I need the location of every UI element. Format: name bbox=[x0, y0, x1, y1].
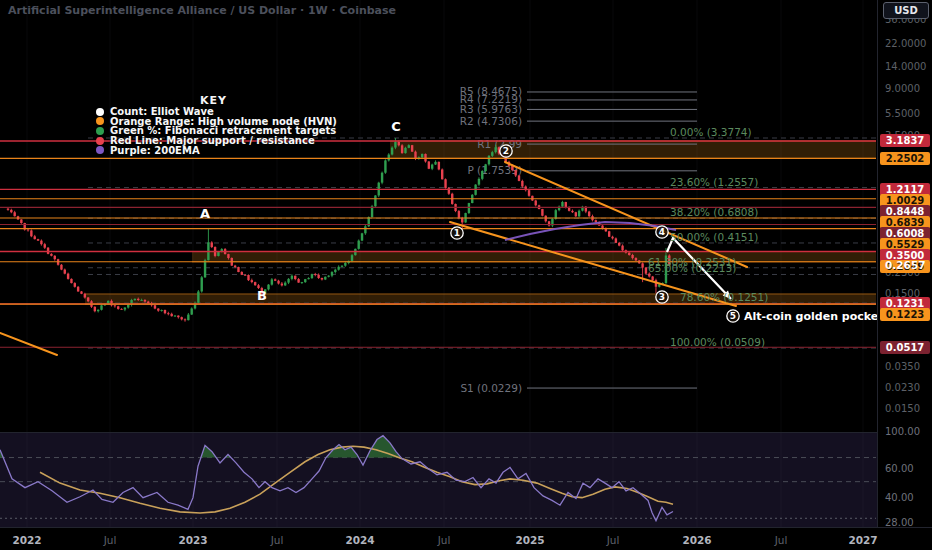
time-axis-year-label[interactable]: 2022 bbox=[12, 534, 41, 546]
time-axis-month-label[interactable]: Jul bbox=[775, 534, 788, 546]
legend-color-dot-icon bbox=[96, 146, 104, 154]
svg-text:C: C bbox=[391, 119, 401, 134]
legend-color-dot-icon bbox=[96, 117, 104, 125]
time-axis-year-label[interactable]: 2023 bbox=[178, 534, 207, 546]
key-legend-item: Purple: 200EMA bbox=[96, 145, 337, 155]
svg-text:65.00% (0.2213): 65.00% (0.2213) bbox=[648, 262, 736, 274]
golden-pocket-annotation: Alt-coin golden pocket bbox=[744, 310, 877, 323]
price-level-badge: 2.2502 bbox=[880, 152, 930, 165]
current-price-label: 0.2657 bbox=[885, 259, 926, 271]
oscillator-panel-canvas[interactable] bbox=[0, 432, 877, 527]
chart-window: R5 (8.4675)R4 (7.2219)R3 (5.9763)R2 (4.7… bbox=[0, 0, 932, 550]
price-level-badge: 0.0517 bbox=[880, 341, 930, 354]
price-level-badge: 3.1837 bbox=[880, 134, 930, 147]
time-axis-month-label[interactable]: Jul bbox=[104, 534, 117, 546]
oscillator-tick: 60.00 bbox=[885, 463, 914, 474]
svg-text:4: 4 bbox=[659, 227, 665, 237]
svg-text:38.20% (0.6808): 38.20% (0.6808) bbox=[670, 206, 758, 218]
time-axis[interactable]: 2022Jul2023Jul2024Jul2025Jul2026Jul2027 bbox=[0, 527, 932, 550]
time-axis-month-label[interactable]: Jul bbox=[438, 534, 451, 546]
legend-color-dot-icon bbox=[96, 137, 104, 145]
legend-color-dot-icon bbox=[96, 108, 104, 116]
price-tick: 0.0150 bbox=[885, 403, 920, 414]
price-tick: 5.5000 bbox=[885, 108, 920, 119]
svg-text:2: 2 bbox=[503, 146, 509, 156]
svg-text:A: A bbox=[200, 206, 210, 221]
svg-text:R3 (5.9763): R3 (5.9763) bbox=[460, 103, 522, 115]
legend-color-dot-icon bbox=[96, 127, 104, 135]
svg-text:3: 3 bbox=[659, 292, 665, 302]
price-tick: 0.0230 bbox=[885, 382, 920, 393]
time-axis-month-label[interactable]: Jul bbox=[607, 534, 620, 546]
svg-text:B: B bbox=[257, 288, 267, 303]
svg-text:1: 1 bbox=[454, 228, 460, 238]
oscillator-tick: 40.00 bbox=[885, 492, 914, 503]
price-tick: 9.0000 bbox=[885, 83, 920, 94]
svg-text:50.00% (0.4151): 50.00% (0.4151) bbox=[670, 231, 758, 243]
price-tick: 22.0000 bbox=[885, 38, 926, 49]
oscillator-background bbox=[0, 432, 877, 527]
price-tick: 14.0000 bbox=[885, 61, 926, 72]
time-axis-year-label[interactable]: 2027 bbox=[848, 534, 877, 546]
legend-item-label: Purple: 200EMA bbox=[110, 145, 200, 156]
key-legend-rows: Count: Elliot WaveOrange Range: High vol… bbox=[96, 107, 337, 155]
time-axis-month-label[interactable]: Jul bbox=[271, 534, 284, 546]
time-axis-year-label[interactable]: 2025 bbox=[515, 534, 544, 546]
svg-text:S1 (0.0229): S1 (0.0229) bbox=[460, 382, 522, 394]
oscillator-tick: 100.00 bbox=[885, 426, 920, 437]
svg-text:100.00% (0.0509): 100.00% (0.0509) bbox=[670, 336, 765, 348]
svg-text:23.60% (1.2557): 23.60% (1.2557) bbox=[670, 176, 758, 188]
symbol-title: Artificial Superintelligence Alliance / … bbox=[8, 4, 396, 17]
price-level-badge: 0.1223 bbox=[880, 308, 930, 321]
svg-text:5: 5 bbox=[730, 311, 736, 321]
currency-toggle-button[interactable]: USD bbox=[883, 2, 929, 19]
price-axis[interactable]: 36.000022.000014.00009.00005.50003.50000… bbox=[877, 0, 932, 527]
time-axis-year-label[interactable]: 2026 bbox=[682, 534, 711, 546]
price-tick: 0.0350 bbox=[885, 361, 920, 372]
key-legend: KEY Count: Elliot WaveOrange Range: High… bbox=[96, 94, 337, 155]
time-axis-year-label[interactable]: 2024 bbox=[345, 534, 374, 546]
svg-text:78.60% (0.1251): 78.60% (0.1251) bbox=[680, 291, 768, 303]
svg-text:0.00% (3.3774): 0.00% (3.3774) bbox=[670, 126, 752, 138]
price-chart-canvas[interactable]: R5 (8.4675)R4 (7.2219)R3 (5.9763)R2 (4.7… bbox=[0, 0, 877, 432]
svg-text:R2 (4.7306): R2 (4.7306) bbox=[460, 115, 522, 127]
